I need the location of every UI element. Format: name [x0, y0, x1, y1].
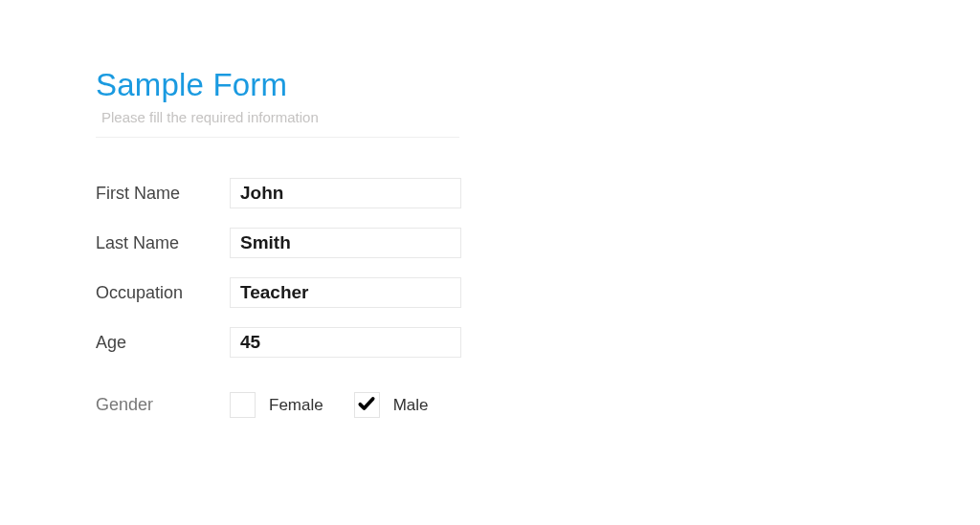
last-name-label: Last Name: [96, 233, 230, 253]
first-name-label: First Name: [96, 184, 230, 204]
first-name-input[interactable]: [230, 178, 461, 208]
occupation-input[interactable]: [230, 277, 461, 308]
gender-label: Gender: [96, 395, 230, 415]
divider: [96, 137, 459, 138]
male-checkbox[interactable]: [354, 392, 380, 418]
last-name-input[interactable]: [230, 228, 461, 258]
female-checkbox[interactable]: [230, 392, 256, 418]
form-title: Sample Form: [96, 67, 498, 103]
age-label: Age: [96, 333, 230, 353]
check-icon: [357, 394, 376, 417]
female-option-label: Female: [269, 396, 323, 415]
age-input[interactable]: [230, 327, 461, 358]
form-subtitle: Please fill the required information: [101, 109, 498, 125]
occupation-label: Occupation: [96, 283, 230, 303]
male-option-label: Male: [393, 396, 429, 415]
